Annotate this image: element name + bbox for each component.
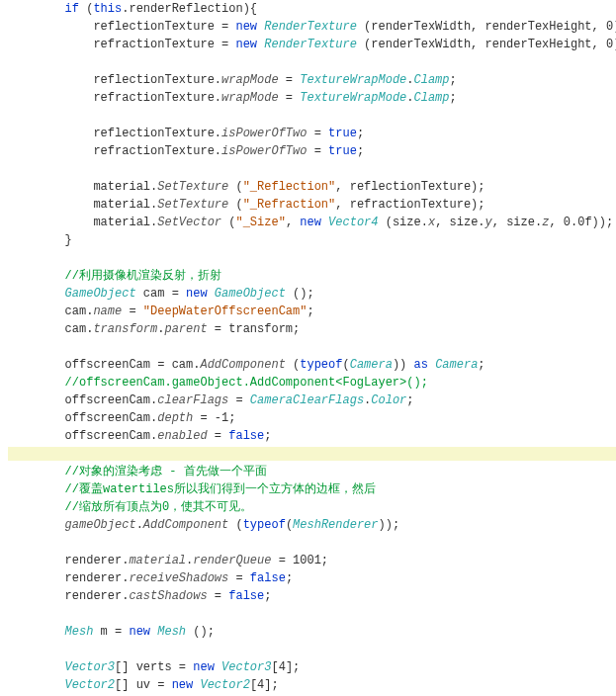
- code-block: if (this.renderReflection){ reflectionTe…: [0, 0, 616, 696]
